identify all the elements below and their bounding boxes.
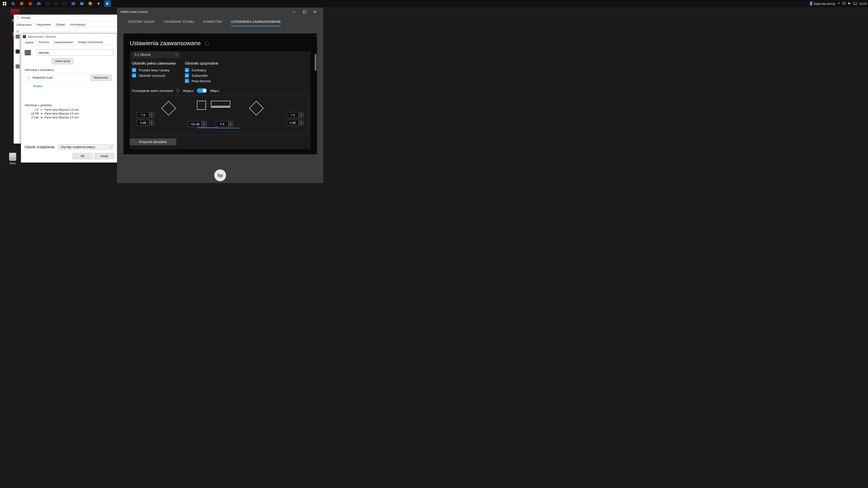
tab-general[interactable]: Ogólne xyxy=(22,40,36,45)
start-button-icon[interactable] xyxy=(1,0,8,7)
jack-table: L P Panel tylny Wtyczka 3,5 mm LB PB Pan… xyxy=(29,108,113,119)
tab-noise-removal[interactable]: USUWANIE SZUMU xyxy=(164,17,194,26)
props-titlebar[interactable]: Właściwości: Głośniki xyxy=(21,34,117,39)
chevron-down-icon[interactable]: ˅ xyxy=(314,160,316,163)
task-icon-volume1[interactable] xyxy=(96,0,102,7)
task-icon-app1[interactable] xyxy=(36,0,42,7)
checkbox-side[interactable]: Para boczna xyxy=(185,79,218,83)
speaker-front-left-icon xyxy=(161,101,176,116)
chevron-up-icon[interactable]: ▲ xyxy=(149,112,154,115)
device-name-input[interactable] xyxy=(36,50,113,56)
task-icon-ryzen[interactable] xyxy=(19,0,25,7)
left-gain-stepper[interactable]: ▲▼ xyxy=(149,120,154,126)
cancel-button[interactable]: Anuluj xyxy=(94,153,114,159)
tab-spatial[interactable]: Dźwięk przestrzenny xyxy=(75,39,105,45)
controller-properties-button[interactable]: Właściwości xyxy=(90,74,112,81)
right-gain-input[interactable]: 0 dB xyxy=(286,120,299,126)
controller-name: Realtek(R) Audio xyxy=(33,76,53,79)
omen-titlebar[interactable]: OMEN Audio Control xyxy=(117,8,323,16)
multistream-toggle[interactable] xyxy=(197,88,207,93)
center-distance-stepper[interactable]: ▲▼ xyxy=(228,121,233,127)
task-icon-monitor[interactable] xyxy=(79,0,85,7)
chevron-down-icon[interactable]: ▼ xyxy=(299,123,304,126)
chevron-up-icon[interactable]: ▲ xyxy=(202,121,206,124)
sound-title: Dźwięk xyxy=(21,16,31,20)
chevron-down-icon[interactable]: ▼ xyxy=(149,123,154,126)
task-icon-volume-active[interactable] xyxy=(104,0,111,7)
device-usage-select[interactable]: Użyj tego urządzenia (włącz) ▾ xyxy=(58,144,113,150)
checkbox-surround[interactable]: Głośniki surround xyxy=(132,73,176,77)
controller-info-label: Informacje o kontrolerze xyxy=(25,68,113,72)
jack-color-dot xyxy=(41,109,42,110)
right-distance-stepper[interactable]: ▲▼ xyxy=(299,112,304,118)
center-slider-left[interactable] xyxy=(197,127,218,128)
chevron-up-icon[interactable]: ▲ xyxy=(149,120,154,123)
right-gain-stepper[interactable]: ▲▼ xyxy=(299,120,304,126)
center-slider-right[interactable] xyxy=(218,128,239,128)
left-distance-input[interactable]: 7 ft xyxy=(137,112,149,118)
speaker-config-select[interactable]: 5.1 Głośnik xyxy=(132,51,180,58)
task-icon-circle1[interactable] xyxy=(44,0,51,7)
device-usage-value: Użyj tego urządzenia (włącz) xyxy=(60,145,95,149)
tab-playback[interactable]: Odtwarzanie xyxy=(14,22,34,27)
ok-button[interactable]: OK xyxy=(72,153,92,159)
vendor-link[interactable]: Realtek xyxy=(33,85,42,88)
taskbar: Opad się kończy 22:03 xyxy=(0,0,326,7)
speaker-large-icon xyxy=(25,50,31,55)
speaker-sub-icon xyxy=(197,101,206,110)
omen-app-title: OMEN Audio Control xyxy=(120,10,148,13)
checkbox-icon xyxy=(185,68,189,72)
task-icon-chrome[interactable] xyxy=(87,0,94,7)
right-distance-input[interactable]: 7 ft xyxy=(286,112,299,118)
chevron-down-icon[interactable]: ▼ xyxy=(299,115,304,118)
tab-levels[interactable]: Poziomy xyxy=(36,39,52,45)
props-tabs: Ogólne Poziomy Zaawansowane Dźwięk przes… xyxy=(21,39,117,45)
restore-defaults-button[interactable]: Przywróć domyślne xyxy=(130,138,176,145)
omen-panel: Ustawienia zaawansowane 5.1 Głośnik Głoś… xyxy=(123,33,317,154)
close-button[interactable] xyxy=(310,8,320,16)
checkbox-sub[interactable]: Subwoofer xyxy=(185,73,218,77)
scrollbar-thumb[interactable] xyxy=(315,54,316,70)
center-distance-input[interactable]: 5 ft xyxy=(216,121,228,127)
chevron-down-icon[interactable]: ▼ xyxy=(149,115,154,118)
tab-advanced[interactable]: USTAWIENIA ZAAWANSOWANE xyxy=(231,17,281,26)
svg-rect-18 xyxy=(303,11,306,13)
svg-line-5 xyxy=(14,4,15,5)
left-gain-input[interactable]: 0 dB xyxy=(137,120,149,126)
center-gain-input[interactable]: +10 dB xyxy=(188,121,202,127)
tab-advanced-props[interactable]: Zaawansowane xyxy=(52,39,75,45)
task-icon-diamond[interactable] xyxy=(27,0,33,7)
checkbox-front-lr[interactable]: Przedni lewy i prawy xyxy=(132,68,176,72)
chevron-down-icon[interactable]: ▼ xyxy=(202,124,206,127)
center-gain-stepper[interactable]: ▲▼ xyxy=(202,121,206,127)
omen-scrollbar[interactable]: ˄ ˅ xyxy=(314,53,316,127)
device-icon xyxy=(16,50,20,54)
tab-audio-levels[interactable]: POZIOMY AUDIO xyxy=(128,17,155,26)
checkbox-center[interactable]: Centralny xyxy=(185,68,218,72)
tab-sounds[interactable]: Dźwięki xyxy=(53,22,68,27)
maximize-button[interactable] xyxy=(299,8,310,16)
info-icon[interactable]: i xyxy=(176,89,180,92)
gear-icon[interactable] xyxy=(205,41,209,46)
chevron-up-icon[interactable]: ▲ xyxy=(228,121,233,124)
chevron-down-icon[interactable]: ▼ xyxy=(228,124,233,127)
recycle-bin[interactable]: Kosz xyxy=(9,153,16,165)
left-distance-stepper[interactable]: ▲▼ xyxy=(149,112,154,118)
tab-equalizer[interactable]: KOREKTOR xyxy=(204,17,222,26)
task-icon-team[interactable] xyxy=(70,0,76,7)
tab-recording[interactable]: Nagrywanie xyxy=(34,22,53,27)
task-icon-circle3[interactable] xyxy=(61,0,68,7)
controller-chip-icon xyxy=(27,76,30,79)
minimize-button[interactable] xyxy=(289,8,299,16)
chevron-up-icon[interactable]: ˄ xyxy=(314,35,316,38)
svg-rect-0 xyxy=(3,2,4,3)
search-icon[interactable] xyxy=(10,0,16,7)
sound-titlebar[interactable]: Dźwięk xyxy=(14,15,117,21)
chevron-up-icon[interactable]: ▲ xyxy=(299,112,304,115)
task-icon-circle2[interactable] xyxy=(53,0,59,7)
window-speaker-properties: Właściwości: Głośniki Ogólne Poziomy Zaa… xyxy=(21,33,117,163)
change-icon-button[interactable]: Zmień ikonę xyxy=(52,58,73,64)
tab-communication[interactable]: Komunikacja xyxy=(68,22,88,27)
speaker-stage: 7 ft ▲▼ 0 dB ▲▼ +10 dB ▲▼ 5 xyxy=(132,96,308,135)
chevron-up-icon[interactable]: ▲ xyxy=(299,120,304,123)
